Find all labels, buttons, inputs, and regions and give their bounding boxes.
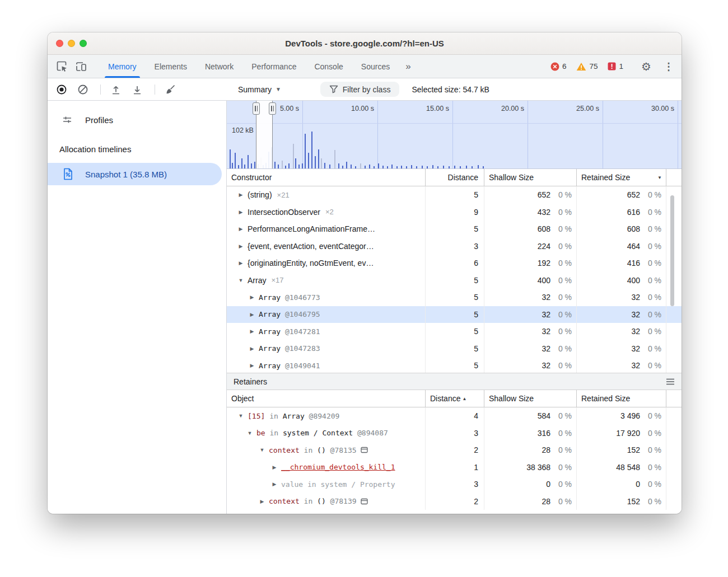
retainer-row[interactable]: ▶context in () @781392280 %1520 % [227,493,682,510]
disclosure-triangle[interactable]: ▶ [249,329,255,334]
constructor-row[interactable]: ▼Array×1754000 %4000 % [227,272,682,289]
timeline-bar [329,165,330,168]
disclosure-triangle[interactable]: ▶ [249,363,255,368]
disclosure-triangle[interactable]: ▼ [246,430,253,436]
tab-network[interactable]: Network [196,55,242,78]
disclosure-triangle[interactable]: ▶ [271,465,278,470]
retained-size-value: 17 920 [577,429,640,438]
timeline-bar [411,165,412,168]
minimize-window-button[interactable] [68,40,75,47]
close-window-button[interactable] [56,40,63,47]
disclosure-triangle[interactable]: ▶ [271,481,278,487]
disclosure-triangle[interactable]: ▶ [237,226,244,232]
disclosure-triangle[interactable]: ▶ [237,260,244,266]
constructor-row[interactable]: ▶{originatingEntity, noGtmEvent, ev…6192… [227,255,682,272]
shallow-size-percent: 0 % [550,190,576,199]
timeline-bar [449,166,450,168]
more-tabs-button[interactable]: » [399,55,417,78]
perspective-select[interactable]: Summary ▼ [236,85,283,94]
disclosure-triangle[interactable]: ▼ [237,413,244,419]
constructor-row[interactable]: ▶Array @10472815320 %320 % [227,323,682,340]
profiles-header[interactable]: Profiles [48,109,226,131]
constructor-row[interactable]: ▶Array @10472835320 %320 % [227,340,682,358]
constructor-row[interactable]: ▶Array @10490415320 %320 % [227,357,682,373]
edge-name: context [269,446,300,454]
kebab-menu-button[interactable]: ⋮ [659,58,678,76]
tab-memory[interactable]: Memory [99,55,146,78]
disclosure-triangle[interactable]: ▼ [259,447,265,453]
zoom-window-button[interactable] [80,40,87,47]
tab-performance[interactable]: Performance [242,55,305,78]
constructor-name: {event, eventAction, eventCategor… [248,242,374,251]
allocation-timeline[interactable]: 5.00 s10.00 s15.00 s20.00 s25.00 s30.00 … [227,101,682,169]
sidebar-item-snapshot-1[interactable]: Snapshot 1 (35.8 MB) [48,163,222,185]
shallow-size-percent: 0 % [550,259,576,268]
edge-name: be [256,429,265,437]
allocation-timelines-section: Allocation timelines [48,144,226,154]
disclosure-triangle[interactable]: ▶ [237,192,244,198]
timeline-bar [278,165,279,168]
retainer-row[interactable]: ▼be in system / Context @89408733160 %17… [227,425,682,442]
constructor-row[interactable]: ▶(string)×2156520 %6520 % [227,186,682,204]
constructor-row[interactable]: ▶Array @10467955320 %320 % [227,306,682,323]
settings-button[interactable]: ⚙ [637,58,656,76]
column-header-constructor[interactable]: Constructor [227,169,426,186]
disclosure-triangle[interactable]: ▶ [249,294,255,300]
tab-console[interactable]: Console [305,55,352,78]
constructor-row[interactable]: ▶Array @10467735320 %320 % [227,289,682,306]
column-header-retained-size[interactable]: Retained Size [577,390,666,407]
retainers-menu-button[interactable] [666,378,675,386]
retained-size-cell: 6080 % [577,221,666,238]
load-profile-button[interactable] [106,81,125,98]
tab-elements[interactable]: Elements [146,55,196,78]
disclosure-triangle[interactable]: ▶ [237,209,244,215]
issues-badge[interactable]: 1 [608,62,623,71]
disclosure-triangle[interactable]: ▶ [259,499,265,504]
errors-badge[interactable]: 6 [550,62,567,71]
vertical-scrollbar-thumb[interactable] [670,195,674,306]
column-header-shallow-size[interactable]: Shallow Size [484,390,577,407]
tab-sources[interactable]: Sources [352,55,399,78]
column-header-retained-size[interactable]: Retained Size ▼ [577,169,666,186]
retainer-row[interactable]: ▼[15] in Array @89420945840 %3 4960 % [227,407,682,425]
inspect-element-button[interactable] [52,58,71,76]
timeline-bar [241,158,242,168]
class-filter-input[interactable]: Filter by class [320,82,400,97]
snapshot-label: Snapshot 1 (35.8 MB) [85,170,167,179]
distance-cell: 1 [426,459,484,476]
retainer-row[interactable]: ▼context in () @781352280 %1520 % [227,442,682,459]
shallow-size-cell: 4320 % [484,204,577,221]
constructor-row[interactable]: ▶{event, eventAction, eventCategor…32240… [227,238,682,255]
retained-size-percent: 0 % [640,327,666,336]
disclosure-triangle[interactable]: ▼ [237,278,244,283]
selection-left-handle[interactable] [253,102,260,115]
warnings-badge[interactable]: 75 [576,62,598,71]
selection-right-handle[interactable] [269,102,276,115]
shallow-size-value: 192 [484,259,550,268]
devtools-window: DevTools - store.google.com/?hl=en-US Me… [48,32,682,514]
timeline-selection[interactable] [256,101,273,168]
object-id: @894087 [353,429,388,437]
disclosure-triangle[interactable]: ▶ [249,312,255,317]
disclosure-triangle[interactable]: ▶ [249,346,255,351]
column-header-distance[interactable]: Distance ▲ [426,390,484,407]
column-header-distance[interactable]: Distance [426,169,484,186]
in-keyword: in [265,429,283,437]
delete-profile-button[interactable] [161,81,180,98]
timeline-bar [251,163,252,168]
retainer-row[interactable]: ▶value in system / Property300 %00 % [227,476,682,493]
retainer-row[interactable]: ▶__chromium_devtools_kill_1138 3680 %48 … [227,459,682,476]
retained-size-cell: 1520 % [577,442,666,459]
record-heap-button[interactable] [52,81,71,98]
retained-size-cell: 00 % [577,476,666,493]
object-name: Array [259,362,281,370]
clear-all-profiles-button[interactable] [73,81,92,98]
column-header-shallow-size[interactable]: Shallow Size [484,169,577,186]
constructor-row[interactable]: ▶IntersectionObserver×294320 %6160 % [227,204,682,221]
save-profile-button[interactable] [128,81,147,98]
constructor-row[interactable]: ▶PerformanceLongAnimationFrame…56080 %60… [227,221,682,238]
column-header-object[interactable]: Object [227,390,426,407]
retained-size-percent: 0 % [640,224,666,233]
disclosure-triangle[interactable]: ▶ [237,243,244,249]
device-toolbar-button[interactable] [71,58,90,76]
